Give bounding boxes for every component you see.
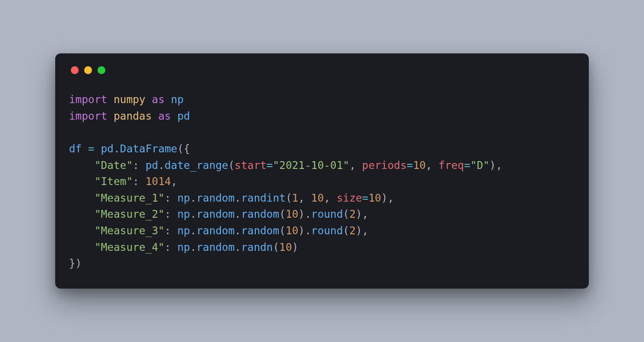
code-token: pd <box>177 110 190 122</box>
code-token: as <box>158 110 178 122</box>
code-token: ), <box>489 159 502 171</box>
code-token: pandas <box>114 110 158 122</box>
code-token: . <box>114 143 120 155</box>
code-token: ( <box>279 208 286 220</box>
code-token: import <box>69 93 114 105</box>
code-token: 2 <box>349 225 356 237</box>
code-token: : <box>165 192 178 204</box>
code-token: . <box>235 192 241 204</box>
code-token: ({ <box>177 143 190 155</box>
code-token: "D" <box>471 159 490 171</box>
code-token: "Measure_2" <box>94 208 164 220</box>
code-token: random <box>196 192 235 204</box>
code-token: = <box>266 159 273 171</box>
code-token: . <box>158 159 165 171</box>
code-token: date_range <box>165 159 228 171</box>
code-token: , <box>324 192 337 204</box>
code-token: "Date" <box>94 159 132 171</box>
code-token: . <box>235 208 241 220</box>
code-token: import <box>69 110 114 122</box>
code-token: , <box>349 159 362 171</box>
code-token: = <box>362 192 368 204</box>
code-token: . <box>235 225 241 237</box>
code-token: "Measure_4" <box>94 241 164 253</box>
maximize-icon[interactable] <box>98 66 105 74</box>
code-token: : <box>132 159 145 171</box>
code-token <box>69 159 94 171</box>
code-token: "Item" <box>94 175 132 187</box>
code-token: np <box>177 208 190 220</box>
code-token: np <box>177 192 190 204</box>
code-token: . <box>190 241 196 253</box>
code-token: 10 <box>311 192 324 204</box>
code-token: "Measure_1" <box>94 192 164 204</box>
code-token: . <box>190 208 196 220</box>
code-token: : <box>132 175 145 187</box>
code-token: : <box>165 225 178 237</box>
code-token: ) <box>292 241 299 253</box>
code-token: ). <box>299 225 311 237</box>
code-token: ), <box>356 225 368 237</box>
code-token: 10 <box>413 159 426 171</box>
code-block: import numpy as np import pandas as pd d… <box>69 92 575 272</box>
code-token: ( <box>343 208 350 220</box>
code-token: as <box>152 93 171 105</box>
code-token: random <box>241 225 279 237</box>
code-token <box>69 175 94 187</box>
code-token: . <box>235 241 241 253</box>
code-token: np <box>177 241 190 253</box>
code-token: . <box>190 225 196 237</box>
minimize-icon[interactable] <box>84 66 92 74</box>
code-token: , <box>299 192 311 204</box>
code-token: ). <box>299 208 311 220</box>
code-token: = <box>88 143 101 155</box>
code-token: : <box>165 208 178 220</box>
code-token: randint <box>241 192 286 204</box>
code-token: random <box>196 225 235 237</box>
code-token: size <box>337 192 362 204</box>
code-token: pd <box>101 143 114 155</box>
code-token: ( <box>286 192 292 204</box>
code-token: periods <box>362 159 407 171</box>
code-token: 10 <box>286 208 299 220</box>
code-token: freq <box>438 159 464 171</box>
code-token: 1 <box>292 192 299 204</box>
code-token: , <box>426 159 439 171</box>
code-token: ), <box>356 208 368 220</box>
code-token <box>69 225 94 237</box>
code-token: random <box>196 241 235 253</box>
code-token: ( <box>343 225 350 237</box>
close-icon[interactable] <box>71 66 79 74</box>
code-token: numpy <box>114 93 152 105</box>
code-token: "Measure_3" <box>94 225 164 237</box>
window-traffic-lights <box>69 66 575 74</box>
code-token <box>69 208 94 220</box>
code-token: DataFrame <box>120 143 178 155</box>
code-token: random <box>196 208 235 220</box>
code-token: ( <box>273 241 279 253</box>
code-token: 1014 <box>145 175 171 187</box>
code-token: , <box>171 175 178 187</box>
code-token: start <box>235 159 266 171</box>
code-token: . <box>190 192 196 204</box>
code-token: randn <box>241 241 273 253</box>
code-token: = <box>407 159 413 171</box>
code-token: : <box>165 241 178 253</box>
code-token: 2 <box>349 208 356 220</box>
code-token <box>69 241 94 253</box>
code-token: round <box>311 208 343 220</box>
code-token: 10 <box>286 225 299 237</box>
code-token: random <box>241 208 279 220</box>
code-token: df <box>69 143 88 155</box>
code-token: np <box>177 225 190 237</box>
code-token: ( <box>228 159 235 171</box>
code-token: }) <box>69 257 82 269</box>
code-token: 10 <box>368 192 381 204</box>
code-window: import numpy as np import pandas as pd d… <box>55 53 589 289</box>
code-token: np <box>171 93 184 105</box>
code-token: ), <box>381 192 394 204</box>
code-token: = <box>464 159 471 171</box>
code-token: pd <box>145 159 158 171</box>
code-token: 10 <box>279 241 292 253</box>
code-token: ( <box>279 225 286 237</box>
